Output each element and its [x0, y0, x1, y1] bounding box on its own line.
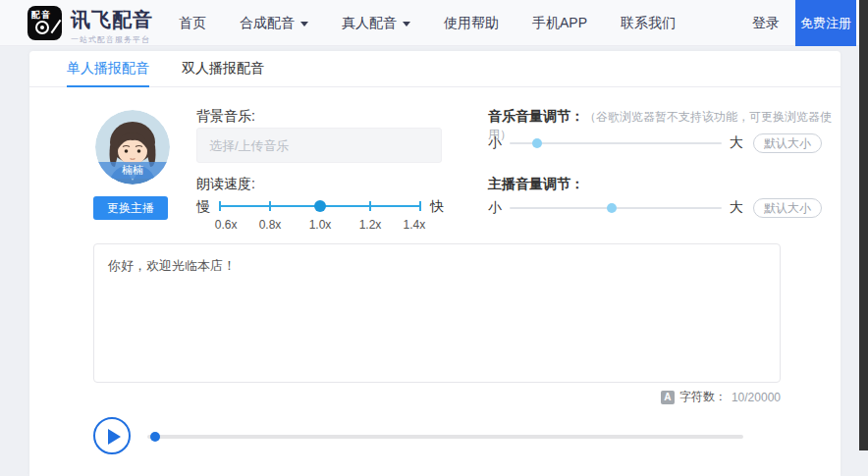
nav-menu: 首页 合成配音 真人配音 使用帮助 手机APP 联系我们 — [179, 0, 676, 46]
volume-max-label: 大 — [730, 134, 743, 152]
brand-logo-icon[interactable]: 配音 — [27, 6, 62, 40]
speed-max-label: 快 — [430, 198, 444, 216]
brand-subtitle: 一站式配音服务平台 — [71, 34, 153, 45]
volume-min-label: 小 — [488, 199, 502, 217]
reading-speed-slider: 慢 快 — [196, 198, 444, 214]
char-count-label: 字符数： — [679, 389, 727, 405]
host-volume-track[interactable] — [510, 207, 722, 209]
brand-title: 讯飞配音 — [71, 7, 153, 33]
chevron-down-icon — [403, 22, 410, 30]
char-count-icon: A — [661, 391, 675, 404]
speed-tick-label[interactable]: 0.8x — [259, 218, 282, 232]
nav-item-home[interactable]: 首页 — [179, 15, 206, 32]
play-button[interactable] — [93, 417, 131, 454]
login-link[interactable]: 登录 — [752, 0, 780, 46]
anchor-name-badge: 楠楠 — [95, 162, 170, 179]
speed-tick-label[interactable]: 1.0x — [309, 218, 332, 232]
play-icon — [108, 429, 121, 445]
char-count: A 字符数： 10/20000 — [486, 389, 781, 405]
nav-item-mobile-app[interactable]: 手机APP — [532, 15, 587, 32]
anchor-avatar[interactable]: 楠楠 — [95, 110, 170, 185]
volume-min-label: 小 — [488, 134, 502, 152]
char-count-value: 10/20000 — [732, 391, 781, 404]
music-volume-handle[interactable] — [532, 138, 542, 148]
main-card: 单人播报配音 双人播报配音 — [29, 51, 841, 476]
host-volume-handle[interactable] — [607, 203, 617, 213]
speed-tick-labels: 0.6x 0.8x 1.0x 1.2x 1.4x — [220, 218, 420, 232]
nav-item-synth-dubbing[interactable]: 合成配音 — [240, 15, 308, 32]
speed-min-label: 慢 — [196, 198, 210, 216]
page: 配音 讯飞配音 一站式配音服务平台 首页 合成配音 真人配音 使用帮助 手机AP… — [0, 0, 868, 476]
music-volume-slider: 小 大 默认大小 — [488, 133, 838, 153]
background-music-label: 背景音乐: — [196, 108, 255, 126]
speed-slider-track[interactable] — [220, 205, 420, 207]
brand-logo-text[interactable]: 讯飞配音 一站式配音服务平台 — [71, 7, 153, 45]
tab-single-broadcast[interactable]: 单人播报配音 — [67, 51, 149, 87]
script-text-area[interactable]: 你好，欢迎光临本店！ — [93, 243, 781, 383]
top-nav: 配音 讯飞配音 一站式配音服务平台 首页 合成配音 真人配音 使用帮助 手机AP… — [0, 0, 868, 46]
music-volume-track[interactable] — [510, 142, 722, 144]
nav-item-help[interactable]: 使用帮助 — [444, 15, 499, 32]
audio-progress-bar[interactable] — [147, 435, 743, 439]
audio-progress-handle[interactable] — [150, 432, 160, 442]
speed-tick-label[interactable]: 0.6x — [215, 218, 238, 232]
change-anchor-button[interactable]: 更换主播 — [93, 196, 168, 220]
speed-tick-label[interactable]: 1.4x — [404, 218, 426, 232]
tab-double-broadcast[interactable]: 双人播报配音 — [182, 51, 264, 87]
chevron-down-icon — [300, 22, 308, 30]
scrollbar[interactable] — [859, 0, 868, 450]
host-volume-reset-button[interactable]: 默认大小 — [753, 198, 822, 218]
reading-speed-label: 朗读速度: — [196, 176, 255, 193]
tab-bar: 单人播报配音 双人播报配音 — [29, 51, 841, 87]
music-volume-reset-button[interactable]: 默认大小 — [753, 133, 822, 153]
host-volume-label: 主播音量调节： — [488, 176, 584, 193]
speed-slider-handle[interactable] — [314, 200, 326, 212]
host-volume-slider: 小 大 默认大小 — [488, 198, 838, 218]
nav-item-contact[interactable]: 联系我们 — [621, 15, 676, 32]
nav-item-real-voice[interactable]: 真人配音 — [342, 15, 410, 32]
background-music-input[interactable] — [196, 128, 442, 163]
register-button[interactable]: 免费注册 — [795, 0, 856, 46]
volume-max-label: 大 — [730, 199, 743, 217]
speed-tick-label[interactable]: 1.2x — [359, 218, 382, 232]
